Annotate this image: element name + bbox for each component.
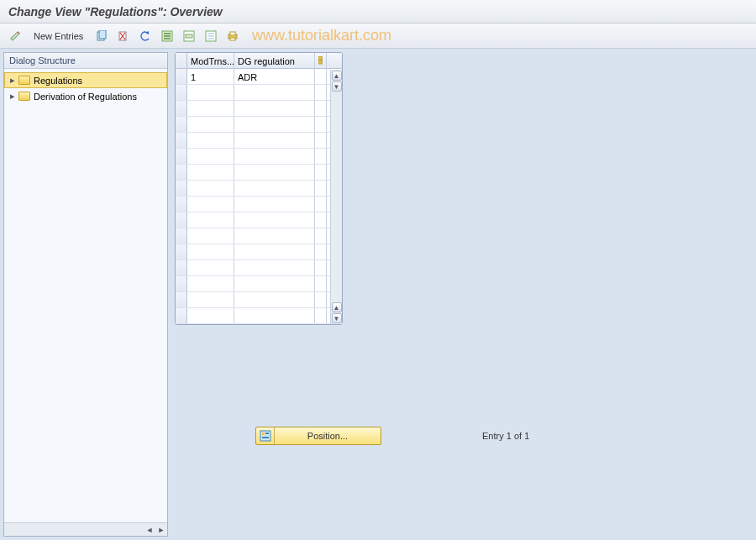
table-row[interactable]: [176, 260, 342, 276]
svg-rect-12: [207, 38, 214, 39]
table-row[interactable]: [176, 101, 342, 117]
row-selector-header[interactable]: [176, 53, 187, 68]
select-block-icon[interactable]: [181, 28, 197, 45]
cell-spacer: [315, 197, 327, 212]
column-header-dg-regulation[interactable]: DG regulation: [234, 53, 315, 68]
table-row[interactable]: 1ADR: [176, 69, 342, 85]
position-button[interactable]: Position...: [255, 427, 381, 445]
table-row[interactable]: [176, 181, 342, 197]
dialog-structure-panel: Dialog Structure ▸ Regulations ▸ Derivat…: [3, 52, 168, 537]
table-row[interactable]: [176, 228, 342, 244]
cell-modtrns[interactable]: [187, 292, 234, 307]
delete-icon[interactable]: [115, 28, 132, 45]
position-icon: [256, 427, 275, 444]
cell-dg-regulation[interactable]: [234, 181, 315, 196]
toggle-edit-icon[interactable]: [7, 28, 24, 45]
scroll-left-icon[interactable]: ◄: [144, 524, 155, 536]
table-row[interactable]: [176, 117, 342, 133]
cell-dg-regulation[interactable]: [234, 308, 315, 323]
copy-as-icon[interactable]: [93, 28, 110, 45]
row-selector[interactable]: [176, 308, 187, 323]
cell-dg-regulation[interactable]: [234, 149, 315, 164]
row-selector[interactable]: [176, 292, 187, 307]
tree-item-derivation[interactable]: ▸ Derivation of Regulations: [4, 88, 167, 104]
cell-dg-regulation[interactable]: [234, 228, 315, 244]
row-selector[interactable]: [176, 133, 187, 148]
page-title: Change View "Regulations": Overview: [8, 5, 223, 18]
row-selector[interactable]: [176, 197, 187, 212]
row-selector[interactable]: [176, 101, 187, 116]
scroll-right-icon[interactable]: ►: [155, 524, 167, 536]
row-selector[interactable]: [176, 69, 187, 84]
cell-modtrns[interactable]: [187, 149, 234, 164]
scroll-up-icon[interactable]: ▲: [332, 302, 342, 312]
table-row[interactable]: [176, 197, 342, 212]
cell-dg-regulation[interactable]: [234, 260, 315, 275]
cell-modtrns[interactable]: [187, 244, 234, 260]
cell-dg-regulation[interactable]: [234, 244, 315, 260]
cell-modtrns[interactable]: [187, 181, 234, 196]
undo-icon[interactable]: [137, 28, 154, 45]
cell-modtrns[interactable]: [187, 85, 234, 100]
cell-dg-regulation[interactable]: [234, 197, 315, 212]
select-all-icon[interactable]: [159, 28, 176, 45]
table-row[interactable]: [176, 212, 342, 228]
cell-modtrns[interactable]: [187, 228, 234, 244]
cell-dg-regulation[interactable]: [234, 133, 315, 148]
cell-modtrns[interactable]: [187, 260, 234, 275]
row-selector[interactable]: [176, 165, 187, 180]
cell-dg-regulation[interactable]: [234, 165, 315, 180]
cell-modtrns[interactable]: [187, 133, 234, 148]
cell-dg-regulation[interactable]: [234, 276, 315, 291]
scroll-up-icon[interactable]: ▲: [332, 71, 342, 81]
cell-modtrns[interactable]: [187, 276, 234, 291]
cell-spacer: [315, 69, 327, 84]
scroll-down-icon[interactable]: ▼: [332, 81, 342, 92]
tree-item-regulations[interactable]: ▸ Regulations: [4, 72, 167, 88]
row-selector[interactable]: [176, 244, 187, 260]
cell-dg-regulation[interactable]: [234, 117, 315, 132]
cell-modtrns[interactable]: [187, 197, 234, 212]
row-selector[interactable]: [176, 228, 187, 244]
sidebar-scroll-footer: ◄ ►: [4, 522, 167, 536]
title-bar: Change View "Regulations": Overview: [0, 0, 756, 24]
new-entries-button[interactable]: New Entries: [29, 28, 88, 45]
row-selector[interactable]: [176, 212, 187, 228]
row-selector[interactable]: [176, 260, 187, 275]
cell-modtrns[interactable]: [187, 165, 234, 180]
cell-modtrns[interactable]: [187, 117, 234, 132]
print-icon[interactable]: [224, 28, 241, 45]
toolbar: New Entries www.tutorialkart.com: [0, 24, 756, 49]
table-row[interactable]: [176, 244, 342, 260]
main-area: ModTrns... DG regulation 1ADR ▲ ▼ ▲ ▼: [171, 49, 756, 540]
cell-modtrns[interactable]: [187, 101, 234, 116]
cell-dg-regulation[interactable]: [234, 292, 315, 307]
row-selector[interactable]: [176, 276, 187, 291]
table-row[interactable]: [176, 133, 342, 149]
cell-modtrns[interactable]: [187, 212, 234, 228]
cell-dg-regulation[interactable]: ADR: [234, 69, 315, 84]
cell-dg-regulation[interactable]: [234, 101, 315, 116]
row-selector[interactable]: [176, 181, 187, 196]
table-vertical-scrollbar[interactable]: ▲ ▼ ▲ ▼: [330, 70, 342, 324]
svg-rect-8: [186, 34, 192, 38]
cell-spacer: [315, 181, 327, 196]
table-row[interactable]: [176, 276, 342, 292]
column-header-modtrns[interactable]: ModTrns...: [187, 53, 234, 68]
scroll-down-icon[interactable]: ▼: [332, 313, 342, 323]
row-selector[interactable]: [176, 117, 187, 132]
table-row[interactable]: [176, 292, 342, 308]
cell-modtrns[interactable]: [187, 308, 234, 323]
table-row[interactable]: [176, 85, 342, 101]
table-config-icon[interactable]: [315, 53, 327, 68]
row-selector[interactable]: [176, 149, 187, 164]
table-row[interactable]: [176, 149, 342, 165]
cell-dg-regulation[interactable]: [234, 212, 315, 228]
svg-rect-4: [164, 33, 171, 34]
row-selector[interactable]: [176, 85, 187, 100]
cell-dg-regulation[interactable]: [234, 85, 315, 100]
table-row[interactable]: [176, 165, 342, 181]
table-row[interactable]: [176, 308, 342, 324]
cell-modtrns[interactable]: 1: [187, 69, 234, 84]
deselect-all-icon[interactable]: [202, 28, 219, 45]
